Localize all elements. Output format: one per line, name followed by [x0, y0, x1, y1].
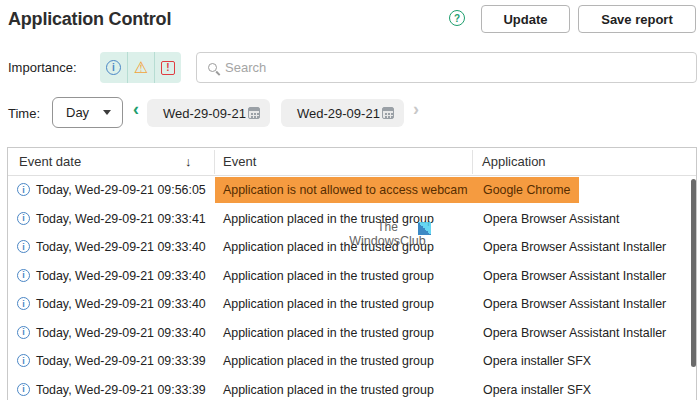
event-date-cell: Today, Wed-29-09-21 09:33:41 [36, 205, 206, 234]
period-select[interactable]: Day [52, 97, 123, 128]
application-cell: Google Chrome [483, 176, 570, 205]
application-cell: Opera Browser Assistant Installer [483, 233, 666, 262]
table-row[interactable]: i Today, Wed-29-09-21 09:33:39 Applicati… [8, 347, 696, 376]
table-row[interactable]: i Today, Wed-29-09-21 09:33:40 Applicati… [8, 319, 696, 348]
date-from-value: Wed-29-09-21 [163, 106, 246, 121]
event-date-cell: Today, Wed-29-09-21 09:33:39 [36, 376, 206, 400]
table-row[interactable]: i Today, Wed-29-09-21 09:33:40 Applicati… [8, 290, 696, 319]
info-icon: i [17, 269, 30, 282]
event-date-cell: Today, Wed-29-09-21 09:33:40 [36, 290, 206, 319]
calendar-icon [382, 107, 394, 119]
event-cell: Application placed in the trusted group [223, 319, 434, 348]
update-button[interactable]: Update [481, 5, 570, 33]
table-header: Event date ↓ Event Application [8, 148, 696, 176]
application-cell: Opera Browser Assistant Installer [483, 262, 666, 291]
application-cell: Opera Browser Assistant Installer [483, 319, 666, 348]
info-icon: i [17, 326, 30, 339]
event-date-cell: Today, Wed-29-09-21 09:33:39 [36, 347, 206, 376]
event-date-cell: Today, Wed-29-09-21 09:33:40 [36, 233, 206, 262]
chevron-down-icon [103, 110, 111, 115]
search-icon [208, 63, 217, 72]
warning-icon: ⚠ [134, 60, 148, 76]
event-cell: Application is not allowed to access web… [223, 176, 468, 205]
calendar-icon [248, 107, 260, 119]
application-cell: Opera installer SFX [483, 376, 591, 400]
event-date-cell: Today, Wed-29-09-21 09:33:40 [36, 319, 206, 348]
info-icon: i [17, 240, 30, 253]
info-icon: i [17, 297, 30, 310]
event-cell: Application placed in the trusted group [223, 262, 434, 291]
info-icon: i [106, 60, 121, 75]
date-from-button[interactable]: Wed-29-09-21 [147, 99, 270, 127]
time-label: Time: [8, 106, 40, 121]
application-cell: Opera Browser Assistant [483, 205, 619, 234]
date-to-button[interactable]: Wed-29-09-21 [281, 99, 404, 127]
page-title: Application Control [8, 9, 171, 30]
event-cell: Application placed in the trusted group [223, 290, 434, 319]
column-divider [214, 150, 215, 174]
search-box [196, 52, 697, 83]
period-value: Day [66, 105, 89, 120]
event-cell: Application placed in the trusted group [223, 205, 434, 234]
event-cell: Application placed in the trusted group [223, 347, 434, 376]
application-cell: Opera Browser Assistant Installer [483, 290, 666, 319]
column-divider [472, 150, 473, 174]
critical-icon: ! [161, 61, 175, 75]
table-body: i Today, Wed-29-09-21 09:56:05 Applicati… [8, 176, 696, 400]
importance-warning-toggle[interactable]: ⚠ [127, 52, 154, 83]
event-date-cell: Today, Wed-29-09-21 09:33:40 [36, 262, 206, 291]
table-row[interactable]: i Today, Wed-29-09-21 09:33:40 Applicati… [8, 262, 696, 291]
column-header-event[interactable]: Event [223, 148, 256, 175]
info-icon: i [17, 212, 30, 225]
sort-descending-icon[interactable]: ↓ [185, 148, 192, 175]
date-to-value: Wed-29-09-21 [297, 106, 380, 121]
events-table: Event date ↓ Event Application i Today, … [7, 147, 697, 400]
importance-info-toggle[interactable]: i [100, 52, 127, 83]
info-icon: i [17, 383, 30, 396]
importance-critical-toggle[interactable]: ! [154, 52, 181, 83]
event-date-cell: Today, Wed-29-09-21 09:56:05 [36, 176, 206, 205]
next-period-button[interactable]: › [413, 100, 419, 118]
table-row[interactable]: i Today, Wed-29-09-21 09:33:41 Applicati… [8, 205, 696, 234]
save-report-button[interactable]: Save report [578, 5, 696, 33]
event-cell: Application placed in the trusted group [223, 376, 434, 400]
application-control-window: Application Control ? Update Save report… [0, 0, 700, 400]
info-icon: i [17, 183, 30, 196]
search-input[interactable] [225, 60, 665, 75]
info-icon: i [17, 354, 30, 367]
importance-label: Importance: [8, 60, 77, 75]
column-header-application[interactable]: Application [482, 148, 546, 175]
table-row[interactable]: i Today, Wed-29-09-21 09:56:05 Applicati… [8, 176, 696, 205]
table-row[interactable]: i Today, Wed-29-09-21 09:33:39 Applicati… [8, 376, 696, 400]
event-cell: Application placed in the trusted group [223, 233, 434, 262]
vertical-scrollbar-thumb[interactable] [691, 179, 696, 367]
table-row[interactable]: i Today, Wed-29-09-21 09:33:40 Applicati… [8, 233, 696, 262]
prev-period-button[interactable]: ‹ [133, 100, 139, 118]
help-icon[interactable]: ? [449, 10, 465, 26]
application-cell: Opera installer SFX [483, 347, 591, 376]
importance-filter-group: i ⚠ ! [100, 52, 181, 83]
column-header-event-date[interactable]: Event date [19, 148, 81, 175]
